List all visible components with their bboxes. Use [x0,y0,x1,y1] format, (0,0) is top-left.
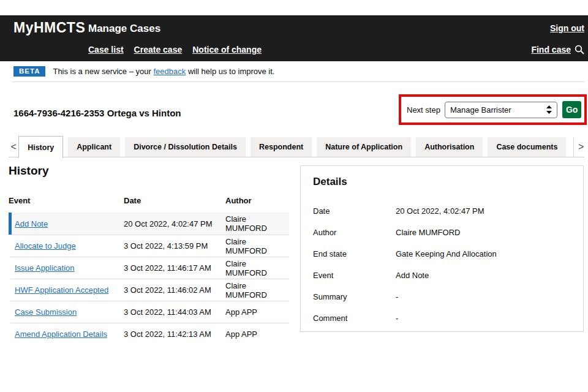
event-link[interactable]: Allocate to Judge [15,241,76,251]
find-case-link[interactable]: Find case [531,45,571,55]
nav-case-list[interactable]: Case list [88,45,124,55]
detail-label: Author [313,228,396,237]
table-row: Allocate to Judge 3 Oct 2022, 4:13:59 PM… [9,235,289,257]
column-header-event: Event [9,196,124,205]
details-heading: Details [313,176,347,188]
header-nav: Case list Create case Notice of change [88,45,262,55]
detail-value: - [396,314,576,323]
nav-notice-of-change[interactable]: Notice of change [192,45,262,55]
tab-scroll-right-icon[interactable]: > [573,137,588,157]
event-author: Claire MUMFORD [225,214,289,233]
detail-row: Date 20 Oct 2022, 4:02:47 PM [313,200,576,222]
event-author: App APP [225,330,289,339]
table-row: Issue Application 3 Oct 2022, 11:46:17 A… [9,257,289,279]
event-date: 20 Oct 2022, 4:02:47 PM [124,219,225,228]
product-logo: MyHMCTS [13,20,85,36]
history-table: Event Date Author Add Note 20 Oct 2022, … [9,192,289,345]
detail-value: Claire MUMFORD [396,228,576,237]
event-author: Claire MUMFORD [225,259,289,277]
beta-badge: BETA [13,66,45,77]
event-author: Claire MUMFORD [225,281,289,300]
tab-respondent[interactable]: Respondent [251,137,312,157]
detail-value: - [396,292,576,301]
beta-banner: BETA This is a new service – your feedba… [13,66,275,77]
table-header-row: Event Date Author [9,192,289,213]
tab-nature-of-application[interactable]: Nature of Application [317,137,411,157]
beta-text-before: This is a new service – your [53,67,151,76]
tab-bar: < History Applicant Divorce / Dissolutio… [0,137,588,157]
details-panel: Details Date 20 Oct 2022, 4:02:47 PM Aut… [300,165,584,332]
detail-row: Comment - [313,307,576,329]
event-author: App APP [225,307,289,317]
detail-value: Add Note [396,271,576,280]
detail-label: End state [313,249,396,258]
detail-row: Event Add Note [313,265,576,286]
event-date: 3 Oct 2022, 11:46:17 AM [124,263,225,273]
nav-create-case[interactable]: Create case [134,45,183,55]
detail-value: 20 Oct 2022, 4:02:47 PM [396,206,576,216]
service-name: Manage Cases [88,23,160,35]
site-header: MyHMCTS Manage Cases Sign out Case list … [0,15,588,61]
details-fields: Date 20 Oct 2022, 4:02:47 PM Author Clai… [313,200,576,329]
beta-text: This is a new service – your feedback wi… [53,67,274,76]
detail-row: Summary - [313,286,576,307]
event-date: 3 Oct 2022, 11:42:13 AM [124,330,225,339]
tab-underline [9,157,584,157]
tab-authorisation[interactable]: Authorisation [416,137,483,157]
tab-history[interactable]: History [18,136,63,158]
table-row: Case Submission 3 Oct 2022, 11:44:03 AM … [9,301,289,323]
next-step-selected-value: Manage Barrister [450,105,546,115]
sign-out-link[interactable]: Sign out [550,23,584,33]
event-date: 3 Oct 2022, 4:13:59 PM [124,241,225,251]
next-step-label: Next step [407,105,440,115]
next-step-annotation-box: Next step Manage Barrister Go [399,94,587,125]
tab-case-documents[interactable]: Case documents [488,137,566,157]
go-button[interactable]: Go [562,101,581,118]
beta-text-after: will help us to improve it. [188,67,275,76]
tab-divorce-dissolution-details[interactable]: Divorce / Dissolution Details [125,137,246,157]
divider [12,81,584,82]
detail-label: Event [313,271,396,280]
next-step-select[interactable]: Manage Barrister [445,102,557,118]
event-date: 3 Oct 2022, 11:44:03 AM [124,307,225,317]
detail-label: Summary [313,292,396,301]
history-heading: History [9,164,48,178]
tab-applicant[interactable]: Applicant [68,137,120,157]
event-link[interactable]: HWF Application Accepted [15,285,108,295]
event-link[interactable]: Case Submission [15,307,77,317]
search-icon[interactable] [575,45,584,55]
detail-row: Author Claire MUMFORD [313,222,576,243]
case-title: 1664-7936-4216-2353 Ortega vs Hinton [13,108,181,118]
table-row: Amend Application Details 3 Oct 2022, 11… [9,323,289,345]
table-row: HWF Application Accepted 3 Oct 2022, 11:… [9,279,289,301]
tab-scroll-left-icon[interactable]: < [9,137,18,157]
event-date: 3 Oct 2022, 11:46:02 AM [124,285,225,295]
column-header-date: Date [124,196,225,205]
page: MyHMCTS Manage Cases Sign out Case list … [0,0,588,392]
event-link[interactable]: Issue Application [15,263,75,273]
select-spinner-icon [546,105,552,114]
detail-label: Date [313,206,396,216]
table-row: Add Note 20 Oct 2022, 4:02:47 PM Claire … [9,213,289,235]
event-link[interactable]: Add Note [15,219,48,228]
event-author: Claire MUMFORD [225,237,289,255]
feedback-link[interactable]: feedback [153,67,186,76]
detail-value: Gate Keeping And Allocation [396,249,576,258]
event-link[interactable]: Amend Application Details [15,330,107,339]
detail-label: Comment [313,314,396,323]
column-header-author: Author [225,196,289,205]
detail-row: End state Gate Keeping And Allocation [313,243,576,265]
